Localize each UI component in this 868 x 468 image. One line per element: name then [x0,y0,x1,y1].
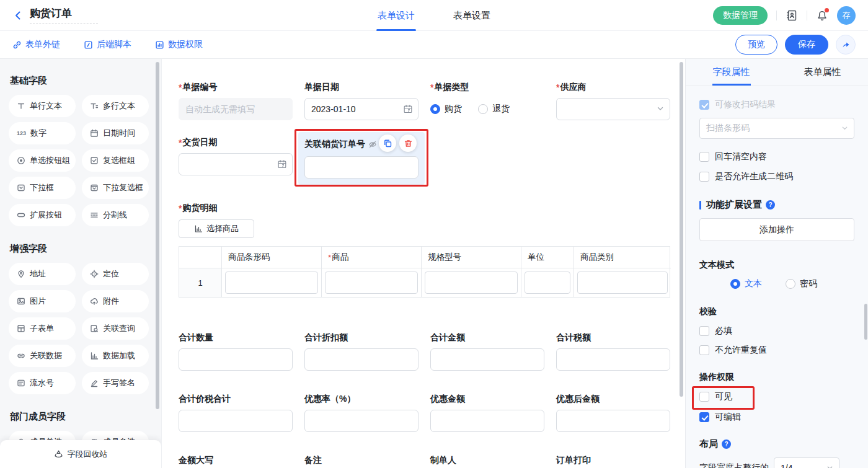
add-action-button[interactable]: 添加操作 [699,218,854,241]
sidebar-item-radio-group[interactable]: 单选按钮组 [9,149,76,172]
share-button[interactable] [836,35,856,55]
sidebar-item-multi-line-text[interactable]: 多行文本 [82,95,149,117]
sidebar-item-address[interactable]: 地址 [9,263,76,285]
dropdown-multi-icon [90,183,99,192]
category-input[interactable] [577,272,668,294]
sidebar-item-linked-query[interactable]: 关联查询 [82,317,149,340]
field-order-print[interactable]: 订单打印 打印 [556,455,670,468]
sidebar-item-datetime[interactable]: 日期时间 [82,122,149,144]
field-discount-amount[interactable]: 优惠金额 [430,394,544,432]
linked-order-input[interactable] [304,156,418,179]
sidebar-item-dropdown-multi[interactable]: 下拉复选框 [82,177,149,199]
discount-rate-input[interactable] [304,410,418,432]
radio-password-mode[interactable]: 密码 [786,278,817,289]
unit-input[interactable] [525,272,570,294]
backend-script-button[interactable]: 后端脚本 [84,39,131,50]
radio-off-icon [786,279,795,289]
spec-input[interactable] [425,272,518,294]
field-remark[interactable]: 备注 [304,455,418,468]
sidebar-item-signature[interactable]: 手写签名 [82,372,149,394]
tab-form-settings[interactable]: 表单设置 [453,0,490,31]
sidebar-item-number[interactable]: 123 数字 [9,122,76,144]
supplier-select[interactable] [556,98,670,120]
doc-date-input[interactable] [304,98,418,120]
radio-text-mode[interactable]: 文本 [730,278,762,289]
sidebar-item-location[interactable]: 定位 [82,263,149,285]
field-doc-type[interactable]: *单据类型 购货 退货 [430,82,544,120]
field-total-discount[interactable]: 合计折扣额 [304,332,418,371]
scan-mode-select[interactable]: 扫描条形码 [699,118,854,139]
radio-purchase[interactable]: 购货 [430,104,462,115]
option-required[interactable]: 必填 [699,325,854,337]
save-button[interactable]: 保存 [785,35,828,55]
sidebar-item-linked-data[interactable]: 关联数据 [9,345,76,367]
total-amount-input[interactable] [430,348,544,371]
field-total-with-tax[interactable]: 合计价税合计 [179,394,293,432]
option-scan-editable[interactable]: 可修改扫码结果 [699,99,854,110]
user-avatar[interactable]: 存 [837,6,856,25]
sidebar-scrollbar[interactable] [156,62,159,409]
doc-no-input[interactable] [179,98,293,120]
field-doc-no[interactable]: *单据编号 [179,82,293,120]
contact-book-icon[interactable] [786,9,798,22]
option-enter-clear[interactable]: 回车清空内容 [699,151,854,162]
total-with-tax-input[interactable] [179,410,293,432]
field-discount-rate[interactable]: 优惠率（%） [304,394,418,432]
tab-form-properties[interactable]: 表单属性 [777,59,868,86]
delete-field-button[interactable] [399,135,417,152]
tab-field-properties[interactable]: 字段属性 [686,59,777,86]
tab-form-design[interactable]: 表单设计 [378,0,415,31]
copy-field-button[interactable] [379,135,396,152]
panel-scrollbar[interactable] [864,304,867,340]
width-select[interactable] [774,457,839,468]
sidebar-item-extend-button[interactable]: 扩展按钮 [9,204,76,226]
field-delivery-date[interactable]: *交货日期 [179,137,293,185]
total-tax-input[interactable] [556,348,670,371]
dropdown-icon [17,183,25,192]
field-doc-date[interactable]: 单据日期 [304,82,418,120]
total-discount-input[interactable] [304,348,418,371]
help-icon[interactable] [722,439,731,449]
sidebar-item-dropdown[interactable]: 下拉框 [9,177,76,199]
option-no-duplicate[interactable]: 不允许重复值 [699,345,854,356]
option-editable[interactable]: 可编辑 [699,412,854,423]
form-title[interactable]: 购货订单 [30,6,98,24]
sidebar-item-subform[interactable]: 子表单 [9,317,76,340]
choose-product-button[interactable]: 选择商品 [179,219,254,238]
delivery-date-input[interactable] [179,153,293,175]
field-amount-words[interactable]: 金额大写 [179,455,293,468]
radio-return[interactable]: 退货 [478,104,510,115]
data-permission-button[interactable]: 数据权限 [155,39,203,50]
width-select-input[interactable] [774,457,839,468]
sidebar-item-single-line-text[interactable]: 单行文本 [9,95,76,117]
help-icon[interactable] [766,200,775,210]
notification-bell-icon[interactable] [816,9,828,22]
product-input[interactable] [325,272,418,294]
preview-button[interactable]: 预览 [735,35,777,55]
field-after-discount[interactable]: 优惠后金额 [556,394,670,432]
selected-field-linked-sales-order[interactable]: 关联销货订单号 [298,132,425,185]
sidebar-item-serial-number[interactable]: 流水号 [9,372,76,394]
discount-amount-input[interactable] [430,410,544,432]
sidebar-item-data-load[interactable]: 数据加载 [82,345,149,367]
after-discount-input[interactable] [556,410,670,432]
field-creator[interactable]: 制单人 当前用户 [430,455,544,468]
sidebar-item-checkbox-group[interactable]: 复选框组 [82,149,149,172]
field-purchase-detail[interactable]: *购货明细 选择商品 商品条形码 *商品 规格型号 单位 商品类别 [179,203,670,298]
option-visible[interactable]: 可见 [699,391,854,402]
field-total-tax[interactable]: 合计税额 [556,332,670,371]
back-icon[interactable] [12,10,24,21]
sidebar-item-divider[interactable]: 分割线 [82,204,149,226]
total-qty-input[interactable] [179,348,293,371]
field-recycle-bin[interactable]: 字段回收站 [0,440,161,468]
field-total-amount[interactable]: 合计金额 [430,332,544,371]
sidebar-item-attachment[interactable]: 附件 [82,290,149,312]
data-manage-button[interactable]: 数据管理 [713,6,768,25]
sidebar-item-image[interactable]: 图片 [9,290,76,312]
field-supplier[interactable]: *供应商 [556,82,670,120]
option-allow-qrcode[interactable]: 是否允许生成二维码 [699,171,854,182]
field-total-qty[interactable]: 合计数量 [179,332,293,371]
external-link-button[interactable]: 表单外链 [12,39,60,50]
canvas-scrollbar[interactable] [680,62,683,397]
barcode-input[interactable] [225,272,318,294]
